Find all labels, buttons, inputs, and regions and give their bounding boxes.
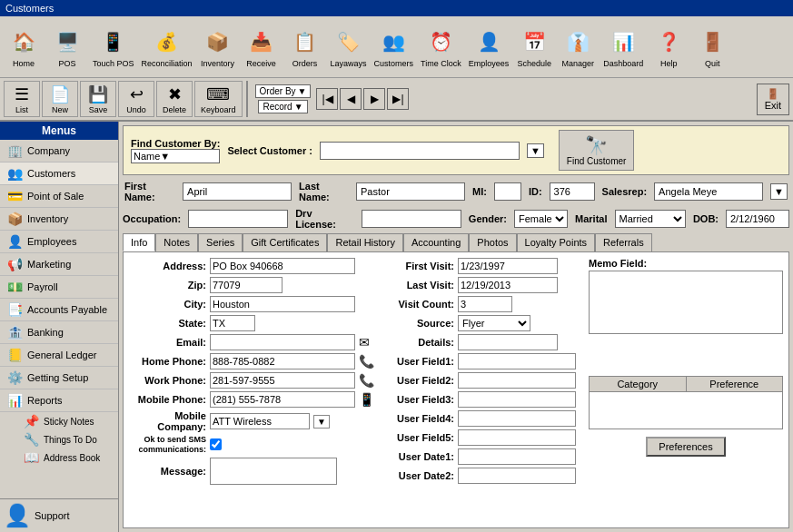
time-clock-button[interactable]: ⏰ Time Clock — [417, 24, 465, 70]
home-phone-icon[interactable]: 📞 — [359, 354, 374, 369]
help-button[interactable]: ❓ Help — [647, 24, 690, 70]
mobile-company-dropdown-arrow[interactable]: ▼ — [313, 415, 330, 429]
sidebar-item-accounts-payable[interactable]: 📑 Accounts Payable — [0, 299, 118, 321]
home-button[interactable]: 🏠 Home — [2, 24, 45, 70]
mobile-company-input[interactable] — [210, 413, 310, 429]
nav-prev-button[interactable]: ◀ — [340, 88, 362, 110]
tab-accounting[interactable]: Accounting — [403, 233, 469, 251]
undo-button[interactable]: ↩ Undo — [118, 81, 154, 117]
city-input[interactable] — [210, 296, 355, 312]
email-input[interactable] — [210, 334, 355, 350]
visit-count-input[interactable] — [458, 296, 512, 312]
delete-button[interactable]: ✖ Delete — [156, 81, 193, 117]
work-phone-input[interactable] — [210, 372, 355, 389]
employees-toolbar-button[interactable]: 👤 Employees — [465, 24, 513, 70]
id-input[interactable] — [550, 182, 595, 201]
quit-button[interactable]: 🚪 Quit — [690, 24, 734, 70]
user-field5-input[interactable] — [458, 429, 576, 446]
reconciliation-button[interactable]: 💰 Reconciliation — [138, 24, 196, 70]
user-field3-input[interactable] — [458, 391, 576, 408]
memo-textarea[interactable] — [589, 271, 783, 334]
work-phone-icon[interactable]: 📞 — [359, 373, 374, 388]
home-phone-input[interactable] — [210, 353, 355, 369]
details-input[interactable] — [458, 334, 558, 350]
nav-last-button[interactable]: ▶| — [387, 88, 409, 110]
address-input[interactable] — [210, 258, 355, 274]
tab-loyalty-points[interactable]: Loyalty Points — [517, 233, 595, 251]
exit-button[interactable]: 🚪 Exit — [757, 84, 789, 115]
drv-license-input[interactable] — [362, 210, 461, 228]
message-row: Message: — [129, 458, 374, 485]
last-visit-input[interactable] — [458, 277, 558, 293]
sidebar-item-banking[interactable]: 🏦 Banking — [0, 321, 118, 344]
state-input[interactable] — [210, 315, 255, 331]
first-visit-input[interactable] — [458, 258, 558, 274]
sidebar-item-customers[interactable]: 👥 Customers — [0, 163, 118, 185]
find-by-dropdown[interactable]: Name ▼ — [131, 149, 220, 163]
dashboard-button[interactable]: 📊 Dashboard — [600, 24, 647, 70]
user-date1-input[interactable] — [458, 448, 576, 465]
dob-input[interactable] — [726, 210, 789, 228]
user-field2-input[interactable] — [458, 372, 576, 389]
first-name-input[interactable] — [183, 182, 292, 201]
sidebar-item-company[interactable]: 🏢 Company — [0, 140, 118, 163]
orders-button[interactable]: 📋 Orders — [283, 24, 327, 70]
sidebar-item-getting-setup[interactable]: ⚙️ Getting Setup — [0, 367, 118, 389]
nav-first-button[interactable]: |◀ — [316, 88, 338, 110]
tab-referrals[interactable]: Referrals — [595, 233, 652, 251]
sidebar-item-reports[interactable]: 📊 Reports — [0, 389, 118, 412]
mobile-phone-input[interactable] — [210, 391, 355, 408]
salesrep-input[interactable] — [654, 182, 763, 201]
sidebar-item-marketing[interactable]: 📢 Marketing — [0, 253, 118, 276]
preferences-button[interactable]: Preferences — [646, 437, 725, 457]
find-customer-bar: Find Customer By: Name ▼ Select Customer… — [123, 125, 789, 175]
sidebar-sub-address-book[interactable]: 📖 Address Book — [0, 448, 118, 467]
select-customer-input[interactable] — [320, 142, 520, 160]
sidebar-item-pos[interactable]: 💳 Point of Sale — [0, 185, 118, 208]
salesrep-dropdown-arrow[interactable]: ▼ — [770, 183, 788, 200]
keyboard-button[interactable]: ⌨ Keyboard — [194, 81, 243, 117]
receive-button[interactable]: 📥 Receive — [240, 24, 283, 70]
user-field1-input[interactable] — [458, 353, 576, 369]
mi-input[interactable] — [494, 182, 521, 201]
layaways-button[interactable]: 🏷️ Layaways — [327, 24, 371, 70]
select-customer-dropdown-arrow[interactable]: ▼ — [527, 143, 544, 158]
tab-series[interactable]: Series — [198, 233, 243, 251]
customers-toolbar-button[interactable]: 👥 Customers — [371, 24, 418, 70]
order-by-dropdown-icon[interactable]: ▼ — [298, 86, 307, 96]
tab-photos[interactable]: Photos — [469, 233, 516, 251]
user-field4-input[interactable] — [458, 410, 576, 427]
mobile-phone-icon[interactable]: 📱 — [359, 392, 374, 407]
sidebar-item-inventory[interactable]: 📦 Inventory — [0, 208, 118, 231]
sidebar-item-general-ledger[interactable]: 📒 General Ledger — [0, 344, 118, 367]
user-date2-input[interactable] — [458, 468, 576, 484]
email-icon[interactable]: ✉ — [359, 335, 370, 350]
nav-next-button[interactable]: ▶ — [363, 88, 385, 110]
sidebar-item-employees[interactable]: 👤 Employees — [0, 231, 118, 253]
inventory-button[interactable]: 📦 Inventory — [196, 24, 240, 70]
schedule-button[interactable]: 📅 Schedule — [512, 24, 556, 70]
save-button[interactable]: 💾 Save — [80, 81, 116, 117]
sidebar-item-payroll[interactable]: 💵 Payroll — [0, 276, 118, 299]
pos-button[interactable]: 🖥️ POS — [45, 24, 89, 70]
occupation-input[interactable] — [188, 210, 288, 228]
tab-info[interactable]: Info — [123, 233, 155, 251]
find-customer-button[interactable]: 🔭 Find Customer — [559, 130, 635, 171]
tab-notes[interactable]: Notes — [155, 233, 198, 251]
marital-select[interactable]: Married Single — [615, 210, 686, 228]
message-textarea[interactable] — [210, 458, 337, 485]
tab-gift-certificates[interactable]: Gift Certificates — [243, 233, 327, 251]
gender-select[interactable]: Female Male — [514, 210, 568, 228]
source-select[interactable]: Flyer — [458, 315, 530, 331]
touch-pos-button[interactable]: 📱 Touch POS — [89, 24, 138, 70]
last-name-input[interactable] — [356, 182, 465, 201]
sidebar-sub-things-to-do[interactable]: 🔧 Things To Do — [0, 430, 118, 448]
manager-button[interactable]: 👔 Manager — [556, 24, 600, 70]
list-button[interactable]: ☰ List — [4, 81, 40, 117]
new-button[interactable]: 📄 New — [42, 81, 78, 117]
sms-checkbox[interactable] — [210, 438, 222, 450]
tab-retail-history[interactable]: Retail History — [327, 233, 402, 251]
zip-input[interactable] — [210, 277, 283, 293]
record-dropdown-icon[interactable]: ▼ — [294, 102, 303, 112]
sidebar-sub-sticky-notes[interactable]: 📌 Sticky Notes — [0, 412, 118, 430]
